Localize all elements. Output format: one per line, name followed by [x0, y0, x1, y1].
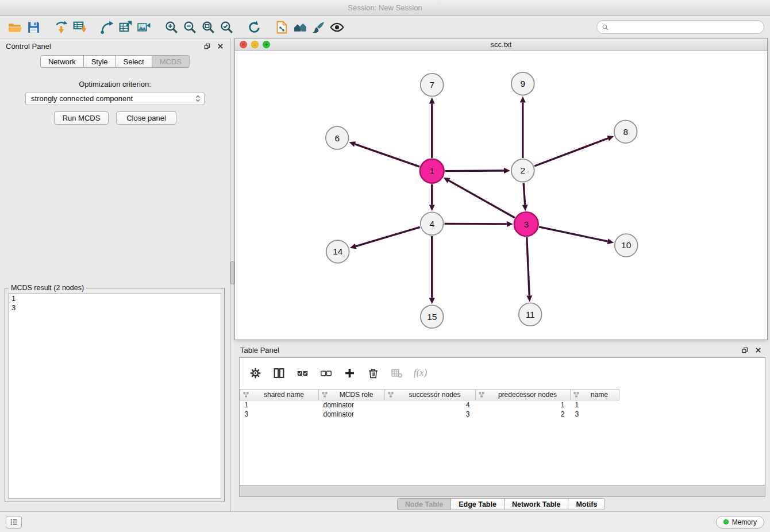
tab-network[interactable]: Network [40, 55, 84, 68]
graph-edge-2-8[interactable] [534, 138, 608, 166]
eye-button[interactable] [328, 18, 346, 36]
table-cell: 4 [385, 400, 476, 410]
svg-text:15: 15 [427, 312, 437, 322]
open-folder-icon [8, 20, 22, 34]
zoom-fit-button[interactable] [199, 18, 217, 36]
tab-style[interactable]: Style [83, 55, 116, 68]
close-table-panel-button[interactable] [754, 346, 762, 354]
float-panel-button[interactable] [203, 42, 211, 50]
graph-node-11[interactable]: 11 [519, 303, 542, 326]
traffic-lights: × – + [240, 41, 270, 48]
graph-edge-4-3[interactable] [445, 223, 507, 224]
mcds-result-group: MCDS result (2 nodes) 13 [5, 288, 225, 502]
search-input[interactable] [612, 23, 759, 32]
float-table-panel-button[interactable] [741, 346, 749, 354]
column-header-name[interactable]: name [571, 390, 619, 400]
home-button[interactable] [291, 18, 309, 36]
columns-button[interactable] [271, 365, 287, 381]
trash-button[interactable] [365, 365, 381, 381]
close-panel-button[interactable] [216, 42, 224, 50]
tab-mcds[interactable]: MCDS [152, 55, 190, 68]
toolbar-separator [153, 27, 162, 28]
list-icon [10, 518, 18, 526]
close-traffic-light[interactable]: × [240, 41, 247, 48]
add-icon [344, 367, 356, 379]
open-folder-button[interactable] [6, 18, 24, 36]
graph-edge-4-14[interactable] [356, 227, 420, 246]
mcds-result-line: 1 [11, 294, 218, 303]
select-all-button[interactable] [295, 365, 310, 381]
graph-edge-2-3[interactable] [523, 183, 525, 205]
svg-text:14: 14 [333, 246, 343, 256]
save-icon [26, 20, 41, 34]
zoom-in-button[interactable] [162, 18, 180, 36]
export-table-button[interactable] [116, 18, 134, 36]
minimize-traffic-light[interactable]: – [251, 41, 259, 48]
table-horizontal-scrollbar[interactable] [239, 485, 765, 497]
zoom-traffic-light[interactable]: + [263, 41, 270, 48]
table-row[interactable]: 1dominator411 [240, 400, 619, 410]
float-icon [204, 43, 210, 49]
zoom-out-button[interactable] [180, 18, 199, 36]
toolbar-button-groups [6, 18, 346, 36]
graph-node-14[interactable]: 14 [326, 240, 349, 263]
table-cell: 3 [385, 410, 476, 419]
network-file-button[interactable] [272, 18, 291, 36]
graph-node-15[interactable]: 15 [421, 305, 444, 328]
search-box[interactable] [596, 20, 764, 34]
table-cell: 1 [240, 400, 319, 410]
tab-node-table[interactable]: Node Table [397, 498, 451, 510]
svg-text:6: 6 [334, 133, 340, 143]
svg-text:9: 9 [520, 79, 525, 88]
graph-edge-1-2[interactable] [445, 171, 504, 171]
graph-node-10[interactable]: 10 [615, 234, 638, 257]
import-network-button[interactable] [52, 18, 70, 36]
tab-network-table[interactable]: Network Table [504, 498, 569, 510]
deselect-all-button[interactable] [318, 365, 334, 381]
column-header-shared-name[interactable]: shared name [240, 390, 319, 400]
graph-edge-1-6[interactable] [355, 144, 419, 167]
graph-node-3[interactable]: 3 [514, 212, 538, 236]
column-header-mcds-role[interactable]: MCDS role [319, 390, 385, 400]
graph-node-9[interactable]: 9 [511, 72, 534, 95]
graph-node-6[interactable]: 6 [326, 126, 349, 149]
add-button[interactable] [342, 365, 357, 381]
tab-select[interactable]: Select [116, 55, 152, 68]
gear-button[interactable] [248, 365, 263, 381]
graph-node-2[interactable]: 2 [511, 159, 534, 182]
table-row[interactable]: 3dominator323 [240, 410, 619, 419]
graph-node-1[interactable]: 1 [420, 159, 444, 183]
column-header-successor-nodes[interactable]: successor nodes [385, 390, 476, 400]
refresh-button[interactable] [245, 18, 263, 36]
memory-button[interactable]: Memory [716, 516, 764, 529]
column-header-predecessor-nodes[interactable]: predecessor nodes [476, 390, 571, 400]
close-panel-action-button[interactable]: Close panel [116, 111, 176, 125]
graph-node-8[interactable]: 8 [614, 120, 637, 143]
graph-edge-3-10[interactable] [539, 227, 607, 241]
sort-icon [242, 391, 249, 398]
criterion-select[interactable]: strongly connected component [25, 92, 205, 105]
save-button[interactable] [24, 18, 43, 36]
table-panel: Table Panel f(x) shared nameMCDS rolesuc… [234, 344, 768, 511]
tab-motifs[interactable]: Motifs [568, 498, 605, 510]
optimization-criterion-label: Optimization criterion: [0, 80, 230, 88]
column-header-label: successor nodes [409, 391, 460, 399]
graph-node-7[interactable]: 7 [421, 74, 444, 97]
export-image-button[interactable] [134, 18, 153, 36]
network-canvas[interactable]: 7968124314101511 [236, 52, 767, 339]
import-table-button[interactable] [70, 18, 88, 36]
graph-edge-3-1[interactable] [449, 180, 515, 218]
close-icon [755, 347, 761, 353]
graph-node-4[interactable]: 4 [421, 212, 444, 235]
panel-splitter-handle[interactable] [230, 261, 234, 284]
zoom-selected-button[interactable] [217, 18, 236, 36]
paint-button[interactable] [309, 18, 328, 36]
tab-edge-table[interactable]: Edge Table [451, 498, 505, 510]
graph-edge-3-11[interactable] [527, 237, 529, 295]
task-list-button[interactable] [6, 516, 22, 529]
run-mcds-button[interactable]: Run MCDS [54, 111, 109, 125]
column-header-label: MCDS role [340, 391, 374, 399]
network-window-title: scc.txt [491, 40, 512, 49]
share-network-button[interactable] [98, 18, 116, 36]
control-panel-title: Control Panel [6, 42, 51, 51]
